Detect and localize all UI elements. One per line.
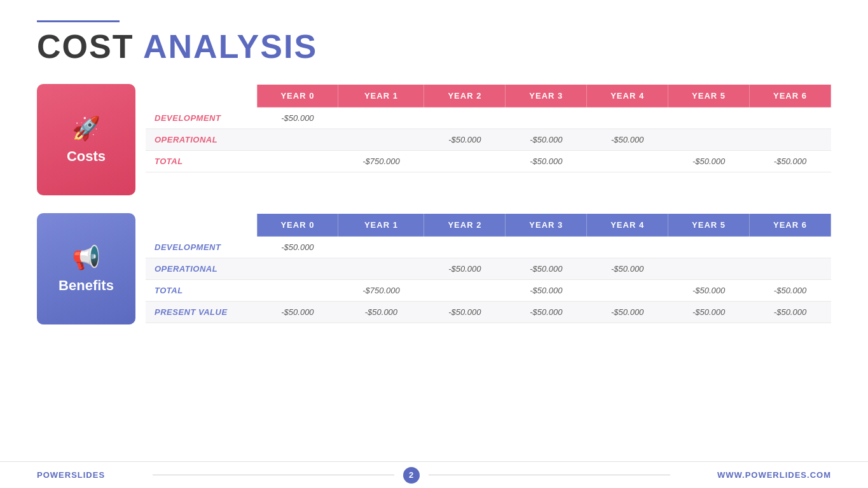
benefits-table: YEAR 0 YEAR 1 YEAR 2 YEAR 3 YEAR 4 YEAR … <box>146 213 831 323</box>
costs-table: YEAR 0 YEAR 1 YEAR 2 YEAR 3 YEAR 4 YEAR … <box>146 84 831 172</box>
cell: -$50.000 <box>587 302 668 323</box>
cell <box>257 129 338 151</box>
costs-col-year1: YEAR 1 <box>338 85 424 108</box>
costs-col-year5: YEAR 5 <box>668 85 750 108</box>
benefits-col-year0: YEAR 0 <box>257 214 338 237</box>
costs-col-year4: YEAR 4 <box>587 85 668 108</box>
cell: -$50.000 <box>338 302 424 323</box>
cell: -$50.000 <box>668 280 750 302</box>
cell <box>587 151 668 172</box>
header-line <box>37 20 120 22</box>
benefits-col-year2: YEAR 2 <box>424 214 506 237</box>
cell <box>424 108 506 129</box>
cell <box>338 258 424 280</box>
cell <box>424 237 506 258</box>
cell: -$50.000 <box>424 258 506 280</box>
cell: -$50.000 <box>750 302 831 323</box>
cell: -$50.000 <box>587 129 668 151</box>
footer-center: 2 <box>153 467 670 484</box>
costs-label-box: 🚀 Costs <box>37 84 135 195</box>
costs-col-year0: YEAR 0 <box>257 85 338 108</box>
page-title: COST ANALYSIS <box>37 29 831 65</box>
cell: -$50.000 <box>506 258 587 280</box>
table-row: TOTAL -$750.000 -$50.000 -$50.000 -$50.0… <box>146 280 831 302</box>
cell: -$750.000 <box>338 280 424 302</box>
benefits-col-year4: YEAR 4 <box>587 214 668 237</box>
costs-header-blank <box>146 85 257 108</box>
cell <box>587 108 668 129</box>
cell: -$50.000 <box>257 108 338 129</box>
cell: -$50.000 <box>587 258 668 280</box>
benefits-col-year5: YEAR 5 <box>668 214 750 237</box>
brand-power: POWER <box>37 470 71 480</box>
title-analysis: ANALYSIS <box>134 28 317 65</box>
footer-website: WWW.POWERLIDES.COM <box>717 470 831 480</box>
cell <box>668 129 750 151</box>
cell <box>750 258 831 280</box>
cell <box>424 280 506 302</box>
cell: -$50.000 <box>506 129 587 151</box>
row-label-operational: OPERATIONAL <box>146 258 257 280</box>
content: 🚀 Costs YEAR 0 YEAR 1 YEAR 2 YEAR 3 YEAR… <box>0 78 868 324</box>
table-row: OPERATIONAL -$50.000 -$50.000 -$50.000 <box>146 129 831 151</box>
costs-label: Costs <box>67 148 106 165</box>
cell: -$50.000 <box>424 302 506 323</box>
cell <box>750 237 831 258</box>
cell <box>587 237 668 258</box>
row-label-operational: OPERATIONAL <box>146 129 257 151</box>
brand-slides: SLIDES <box>71 470 105 480</box>
table-row: DEVELOPMENT -$50.000 <box>146 237 831 258</box>
cell: -$750.000 <box>338 151 424 172</box>
footer-divider-right <box>429 475 670 475</box>
benefits-section: 📢 Benefits YEAR 0 YEAR 1 YEAR 2 YEAR 3 Y… <box>37 213 831 324</box>
cell <box>506 237 587 258</box>
cell <box>257 151 338 172</box>
rocket-icon: 🚀 <box>72 115 100 142</box>
cell <box>338 108 424 129</box>
row-label-total: TOTAL <box>146 280 257 302</box>
megaphone-icon: 📢 <box>72 244 100 271</box>
row-label-present-value: PRESENT VALUE <box>146 302 257 323</box>
benefits-col-year1: YEAR 1 <box>338 214 424 237</box>
cell: -$50.000 <box>257 237 338 258</box>
header: COST ANALYSIS <box>0 0 868 78</box>
cell <box>750 129 831 151</box>
cell: -$50.000 <box>424 129 506 151</box>
cell <box>587 280 668 302</box>
cell: -$50.000 <box>668 302 750 323</box>
title-cost: COST <box>37 28 134 65</box>
benefits-col-year3: YEAR 3 <box>506 214 587 237</box>
row-label-development: DEVELOPMENT <box>146 108 257 129</box>
cell: -$50.000 <box>506 151 587 172</box>
benefits-label: Benefits <box>59 277 114 294</box>
cell <box>338 237 424 258</box>
footer-divider-left <box>153 475 394 475</box>
benefits-label-box: 📢 Benefits <box>37 213 135 324</box>
costs-section: 🚀 Costs YEAR 0 YEAR 1 YEAR 2 YEAR 3 YEAR… <box>37 84 831 195</box>
costs-col-year2: YEAR 2 <box>424 85 506 108</box>
row-label-total: TOTAL <box>146 151 257 172</box>
cell <box>668 237 750 258</box>
page-number: 2 <box>403 467 420 484</box>
cell <box>257 280 338 302</box>
cell <box>668 108 750 129</box>
cell <box>506 108 587 129</box>
cell <box>424 151 506 172</box>
cell: -$50.000 <box>506 280 587 302</box>
table-row: PRESENT VALUE -$50.000 -$50.000 -$50.000… <box>146 302 831 323</box>
row-label-development: DEVELOPMENT <box>146 237 257 258</box>
footer-brand: POWERSLIDES <box>37 470 105 480</box>
cell <box>668 258 750 280</box>
cell <box>338 129 424 151</box>
cell <box>750 108 831 129</box>
costs-table-wrap: YEAR 0 YEAR 1 YEAR 2 YEAR 3 YEAR 4 YEAR … <box>146 84 831 195</box>
page: COST ANALYSIS 🚀 Costs YEAR 0 YEAR 1 YEAR… <box>0 0 868 488</box>
benefits-col-year6: YEAR 6 <box>750 214 831 237</box>
cell: -$50.000 <box>668 151 750 172</box>
cell: -$50.000 <box>506 302 587 323</box>
table-row: TOTAL -$750.000 -$50.000 -$50.000 -$50.0… <box>146 151 831 172</box>
cell: -$50.000 <box>750 280 831 302</box>
cell <box>257 258 338 280</box>
costs-col-year6: YEAR 6 <box>750 85 831 108</box>
table-row: OPERATIONAL -$50.000 -$50.000 -$50.000 <box>146 258 831 280</box>
